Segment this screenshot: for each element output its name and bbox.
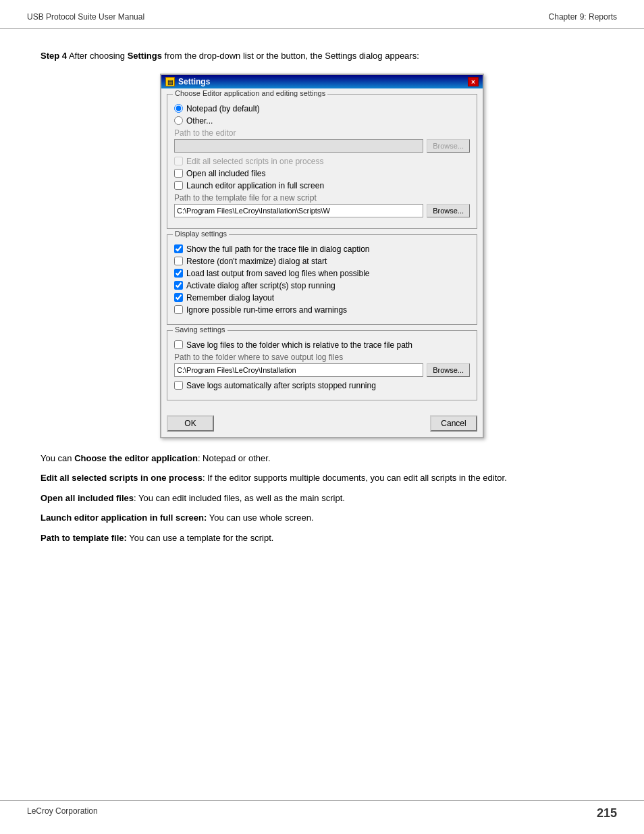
page-number: 215 — [597, 806, 617, 820]
activate-dialog-checkbox[interactable] — [174, 281, 183, 290]
activate-dialog-label: Activate dialog after script(s) stop run… — [186, 281, 336, 290]
edit-scripts-row: Edit all selected scripts in one process — [174, 157, 470, 166]
editor-group: Choose Editor application and editing se… — [167, 94, 477, 229]
saving-group-legend: Saving settings — [173, 325, 227, 334]
dialog-app-icon: ▤ — [165, 77, 175, 86]
save-to-folder-row: Save log files to the folder which is re… — [174, 340, 470, 350]
desc-term-1: Edit all selected scripts in one process — [41, 473, 203, 483]
page-footer: LeCroy Corporation 215 — [0, 800, 644, 820]
launch-fullscreen-row: Launch editor application in full screen — [174, 181, 470, 190]
launch-fullscreen-checkbox[interactable] — [174, 181, 183, 190]
desc-rest-3: You can use whole screen. — [207, 513, 313, 523]
desc-para-4: Path to template file: You can use a tem… — [41, 531, 603, 545]
folder-path-label: Path to the folder where to save output … — [174, 353, 470, 362]
ignore-errors-row: Ignore possible run-time errors and warn… — [174, 305, 470, 315]
folder-path-input[interactable] — [174, 363, 423, 377]
open-files-checkbox[interactable] — [174, 169, 183, 178]
editor-path-input[interactable] — [174, 139, 423, 153]
save-to-folder-label: Save log files to the folder which is re… — [186, 340, 412, 350]
header-right: Chapter 9: Reports — [549, 12, 617, 22]
save-auto-checkbox[interactable] — [174, 381, 183, 390]
remember-layout-checkbox[interactable] — [174, 293, 183, 302]
editor-browse-button[interactable]: Browse... — [427, 139, 470, 153]
desc-para-0: You can Choose the editor application: N… — [41, 452, 603, 465]
page-header: USB Protocol Suite User Manual Chapter 9… — [0, 0, 644, 29]
dialog-buttons-row: OK Cancel — [161, 411, 483, 437]
editor-group-legend: Choose Editor application and editing se… — [173, 89, 327, 97]
step-number: Step 4 — [41, 51, 67, 61]
path-to-editor-label: Path to the editor — [174, 128, 470, 138]
desc-term-0: Choose the editor application — [74, 453, 198, 463]
template-path-row: Browse... — [174, 204, 470, 217]
dialog-title: Settings — [178, 77, 210, 86]
desc-term-2: Open all included files — [41, 493, 134, 503]
launch-fullscreen-label: Launch editor application in full screen — [186, 181, 324, 190]
dialog-titlebar: ▤ Settings × — [161, 75, 483, 88]
desc-term-4: Path to template file: — [41, 533, 127, 543]
desc-rest-0: : Notepad or other. — [198, 453, 271, 463]
activate-dialog-row: Activate dialog after script(s) stop run… — [174, 281, 470, 290]
restore-dialog-label: Restore (don't maximize) dialog at start — [186, 257, 327, 266]
radio-notepad-label: Notepad (by default) — [186, 104, 260, 113]
step-text: After choosing — [69, 51, 128, 61]
save-auto-label: Save logs automatically after scripts st… — [186, 381, 376, 390]
descriptions-section: You can Choose the editor application: N… — [41, 452, 603, 545]
desc-rest-2: : You can edit included files, as well a… — [134, 493, 345, 503]
radio-notepad[interactable] — [174, 104, 183, 113]
page-content: Step 4 After choosing Settings from the … — [0, 29, 644, 571]
open-files-label: Open all included files — [186, 169, 265, 178]
show-full-path-row: Show the full path for the trace file in… — [174, 244, 470, 254]
dialog-body: Choose Editor application and editing se… — [161, 88, 483, 411]
desc-para-2: Open all included files: You can edit in… — [41, 492, 603, 505]
desc-rest-1: : If the editor supports multiple docume… — [203, 473, 507, 483]
display-group: Display settings Show the full path for … — [167, 234, 477, 325]
load-last-output-label: Load last output from saved log files wh… — [186, 269, 370, 278]
desc-para-1: Edit all selected scripts in one process… — [41, 471, 603, 485]
show-full-path-checkbox[interactable] — [174, 244, 183, 253]
edit-scripts-checkbox[interactable] — [174, 157, 183, 165]
ignore-errors-checkbox[interactable] — [174, 305, 183, 314]
folder-path-row: Browse... — [174, 363, 470, 377]
edit-scripts-label: Edit all selected scripts in one process — [186, 157, 323, 166]
radio-other-label: Other... — [186, 116, 213, 126]
show-full-path-label: Show the full path for the trace file in… — [186, 244, 370, 254]
save-to-folder-checkbox[interactable] — [174, 340, 183, 349]
footer-left: LeCroy Corporation — [27, 806, 98, 820]
ok-button[interactable]: OK — [167, 415, 214, 432]
desc-para-3: Launch editor application in full screen… — [41, 511, 603, 525]
load-last-output-checkbox[interactable] — [174, 269, 183, 278]
restore-dialog-checkbox[interactable] — [174, 257, 183, 265]
editor-path-row: Browse... — [174, 139, 470, 153]
load-last-output-row: Load last output from saved log files wh… — [174, 269, 470, 278]
remember-layout-label: Remember dialog layout — [186, 293, 274, 303]
step-bold-word: Settings — [128, 51, 162, 61]
display-group-legend: Display settings — [173, 230, 229, 238]
save-auto-row: Save logs automatically after scripts st… — [174, 381, 470, 390]
desc-rest-4: You can use a template for the script. — [127, 533, 274, 543]
template-browse-button[interactable]: Browse... — [427, 204, 470, 217]
step-intro: Step 4 After choosing Settings from the … — [41, 49, 603, 63]
settings-dialog: ▤ Settings × Choose Editor application a… — [160, 74, 484, 438]
remember-layout-row: Remember dialog layout — [174, 293, 470, 303]
titlebar-left: ▤ Settings — [165, 77, 210, 86]
template-path-input[interactable] — [174, 204, 423, 217]
radio-other-row: Other... — [174, 116, 470, 126]
desc-term-3: Launch editor application in full screen… — [41, 513, 207, 523]
cancel-button[interactable]: Cancel — [430, 415, 477, 432]
saving-group: Saving settings Save log files to the fo… — [167, 330, 477, 400]
open-files-row: Open all included files — [174, 169, 470, 178]
ignore-errors-label: Ignore possible run-time errors and warn… — [186, 305, 347, 315]
template-path-label: Path to the template file for a new scri… — [174, 193, 470, 203]
folder-browse-button[interactable]: Browse... — [427, 363, 470, 377]
header-left: USB Protocol Suite User Manual — [27, 12, 144, 22]
step-text2: from the drop-down list or the button, t… — [165, 51, 419, 61]
radio-notepad-row: Notepad (by default) — [174, 104, 470, 113]
radio-other[interactable] — [174, 116, 183, 125]
restore-dialog-row: Restore (don't maximize) dialog at start — [174, 257, 470, 266]
dialog-close-button[interactable]: × — [468, 77, 479, 86]
